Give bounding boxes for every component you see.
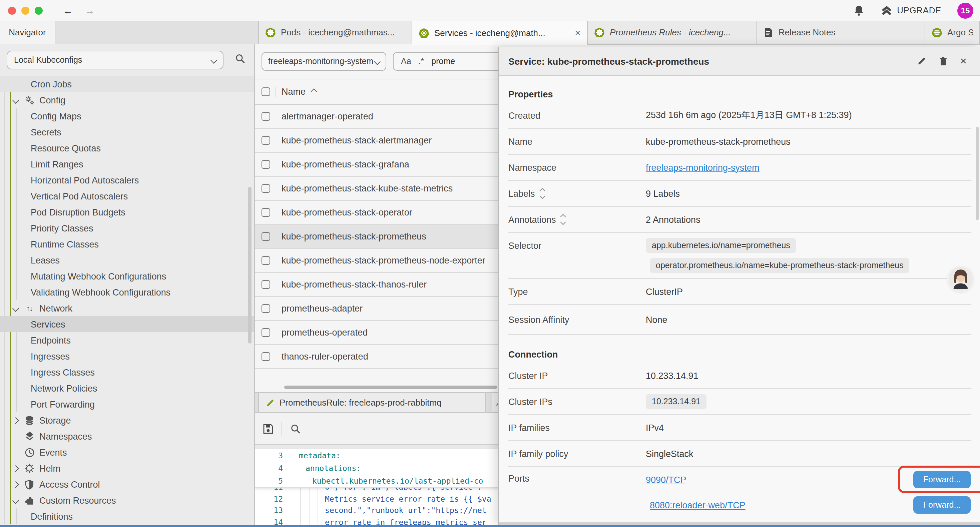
sidebar-item-network-policies[interactable]: Network Policies <box>0 380 254 396</box>
tab-prometheus-rules[interactable]: Prometheus Rules - icecheng... <box>588 21 757 44</box>
tab-release-notes[interactable]: Release Notes <box>757 21 925 44</box>
notification-count-badge[interactable]: 15 <box>957 2 973 18</box>
clock-icon <box>24 447 35 458</box>
user-avatar[interactable] <box>949 267 973 291</box>
regex-toggle[interactable]: .* <box>418 57 424 66</box>
editor-search-icon[interactable] <box>290 423 301 434</box>
table-row[interactable]: kube-prometheus-stack-thanos-ruler <box>255 273 498 297</box>
sidebar-item-port-forwarding[interactable]: Port Forwarding <box>0 396 254 412</box>
forward-button[interactable]: Forward... <box>913 496 970 514</box>
filter-input[interactable]: Aa .* prome <box>393 52 498 71</box>
sidebar-item-pod-disruption-budgets[interactable]: Pod Disruption Budgets <box>0 204 254 220</box>
delete-trash-icon[interactable] <box>939 56 948 66</box>
row-checkbox[interactable] <box>261 352 270 361</box>
select-all-checkbox[interactable] <box>261 88 270 96</box>
table-row[interactable]: thanos-ruler-operated <box>255 345 498 369</box>
notifications-bell-icon[interactable] <box>853 4 864 16</box>
sidebar-item-storage[interactable]: Storage <box>0 412 254 428</box>
chevron-down-icon <box>12 497 19 504</box>
sidebar-item-validating-webhook-configurations[interactable]: Validating Webhook Configurations <box>0 284 254 300</box>
tab-close-icon[interactable]: × <box>575 28 581 37</box>
expander-icon[interactable] <box>540 189 544 198</box>
row-checkbox[interactable] <box>261 232 270 241</box>
detail-scrollbar[interactable] <box>976 127 978 220</box>
sidebar-item-config-maps[interactable]: Config Maps <box>0 108 254 124</box>
list-controls: freeleaps-monitoring-system Aa .* prome <box>255 44 498 80</box>
port-link-9090[interactable]: 9090/TCP <box>646 474 686 485</box>
row-checkbox[interactable] <box>261 328 270 337</box>
sidebar-item-events[interactable]: Events <box>0 444 254 460</box>
yaml-editor[interactable]: 3metadata: 4annotations: 5kubectl.kubern… <box>255 449 498 525</box>
table-row[interactable]: kube-prometheus-stack-grafana <box>255 153 498 177</box>
forward-button[interactable]: Forward... <box>913 471 970 488</box>
sort-ascending-icon[interactable] <box>310 88 317 95</box>
sticky-scroll-lines: 3metadata: 4annotations: 5kubectl.kubern… <box>255 449 498 488</box>
row-checkbox[interactable] <box>261 304 270 313</box>
minimize-window-button[interactable] <box>21 6 29 14</box>
table-row[interactable]: kube-prometheus-stack-prometheus-node-ex… <box>255 249 498 273</box>
kubeconfig-selector[interactable]: Local Kubeconfigs <box>7 51 223 69</box>
row-checkbox[interactable] <box>261 184 270 193</box>
sidebar-item-endpoints[interactable]: Endpoints <box>0 332 254 348</box>
navigator-panel-tab[interactable]: Navigator <box>0 21 56 44</box>
table-row-selected[interactable]: kube-prometheus-stack-prometheus <box>255 225 498 249</box>
row-checkbox[interactable] <box>261 160 270 169</box>
sidebar-item-custom-resources[interactable]: Custom Resources <box>0 492 254 508</box>
table-row[interactable]: prometheus-operated <box>255 321 498 345</box>
sidebar-item-ingress-classes[interactable]: Ingress Classes <box>0 364 254 380</box>
services-list-panel: freeleaps-monitoring-system Aa .* prome … <box>255 44 498 525</box>
editor-tab-next[interactable] <box>492 393 498 412</box>
sidebar-item-network[interactable]: ↑↓Network <box>0 300 254 316</box>
sidebar-item-services[interactable]: Services <box>0 316 254 332</box>
sidebar-item-priority-classes[interactable]: Priority Classes <box>0 220 254 236</box>
sidebar-scrollbar[interactable] <box>248 187 251 344</box>
name-column-header[interactable]: Name <box>282 87 305 97</box>
sidebar-item-leases[interactable]: Leases <box>0 252 254 268</box>
editor-tab-prometheusrule[interactable]: PrometheusRule: freeleaps-prod-rabbitmq <box>258 393 486 412</box>
forward-button[interactable]: → <box>85 5 95 15</box>
row-checkbox[interactable] <box>261 280 270 289</box>
table-row[interactable]: kube-prometheus-stack-kube-state-metrics <box>255 177 498 201</box>
expander-icon[interactable] <box>562 215 565 224</box>
sidebar-search-icon[interactable] <box>235 53 245 64</box>
namespace-selector[interactable]: freeleaps-monitoring-system <box>261 52 386 71</box>
sidebar-item-runtime-classes[interactable]: Runtime Classes <box>0 236 254 252</box>
save-icon[interactable] <box>263 423 274 434</box>
table-row[interactable]: prometheus-adapter <box>255 297 498 321</box>
sidebar-item-access-control[interactable]: Access Control <box>0 476 254 492</box>
close-icon[interactable]: × <box>960 56 967 67</box>
edit-pencil-icon[interactable] <box>916 56 927 66</box>
sidebar-item-namespaces[interactable]: Namespaces <box>0 428 254 444</box>
sidebar-item-horizontal-pod-autoscalers[interactable]: Horizontal Pod Autoscalers <box>0 172 254 188</box>
sidebar-item-definitions[interactable]: Definitions <box>0 508 254 524</box>
port-link-8080[interactable]: 8080:reloader-web/TCP <box>650 500 746 510</box>
table-row[interactable]: kube-prometheus-stack-alertmanager <box>255 129 498 153</box>
runbook-url-link[interactable]: https://net <box>436 506 486 515</box>
horizontal-scrollbar[interactable] <box>284 385 497 389</box>
upgrade-button[interactable]: UPGRADE <box>880 5 941 16</box>
row-checkbox[interactable] <box>261 112 270 121</box>
sidebar-item-ingresses[interactable]: Ingresses <box>0 348 254 364</box>
namespace-link[interactable]: freeleaps-monitoring-system <box>646 162 759 172</box>
sidebar-item-helm[interactable]: Helm <box>0 460 254 476</box>
close-window-button[interactable] <box>8 6 16 14</box>
back-button[interactable]: ← <box>63 5 73 15</box>
tab-pods[interactable]: Pods - icecheng@mathmas... <box>258 21 412 44</box>
sidebar-item-cron-jobs[interactable]: Cron Jobs <box>0 76 254 92</box>
sidebar-item-config[interactable]: Config <box>0 92 254 108</box>
table-row[interactable]: alertmanager-operated <box>255 105 498 129</box>
match-case-toggle[interactable]: Aa <box>401 57 411 66</box>
tab-services[interactable]: Services - icecheng@math... × <box>412 21 588 45</box>
sidebar-item-vertical-pod-autoscalers[interactable]: Vertical Pod Autoscalers <box>0 188 254 204</box>
sidebar-item-mutating-webhook-configurations[interactable]: Mutating Webhook Configurations <box>0 268 254 284</box>
row-checkbox[interactable] <box>261 256 270 265</box>
table-row[interactable]: kube-prometheus-stack-operator <box>255 201 498 225</box>
sidebar-item-secrets[interactable]: Secrets <box>0 124 254 140</box>
tab-argo[interactable]: Argo Se <box>925 21 980 44</box>
sidebar-item-resource-quotas[interactable]: Resource Quotas <box>0 140 254 156</box>
editor-viewport[interactable]: 110","for":"1m","labels":{"service":" 12… <box>255 488 498 525</box>
row-checkbox[interactable] <box>261 208 270 217</box>
row-checkbox[interactable] <box>261 136 270 145</box>
sidebar-item-limit-ranges[interactable]: Limit Ranges <box>0 156 254 172</box>
maximize-window-button[interactable] <box>35 6 43 14</box>
